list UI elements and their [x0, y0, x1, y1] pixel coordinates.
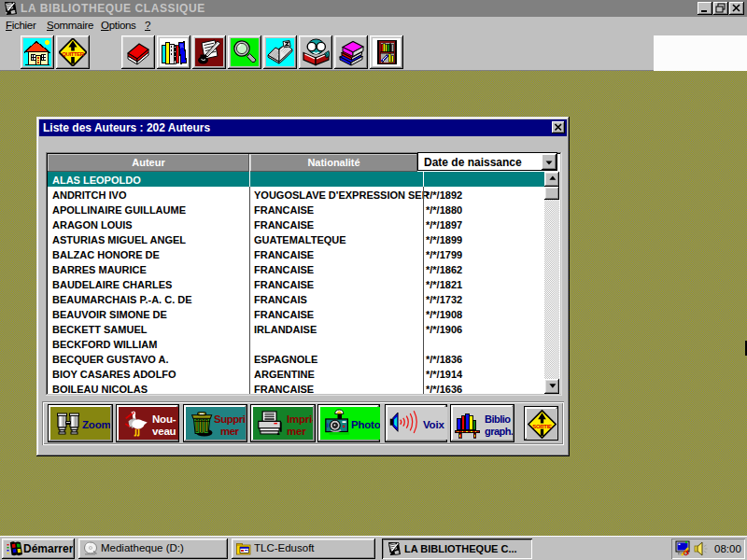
svg-text:QUITTER: QUITTER: [62, 51, 85, 57]
svg-text:SORTIE: SORTIE: [532, 424, 552, 429]
